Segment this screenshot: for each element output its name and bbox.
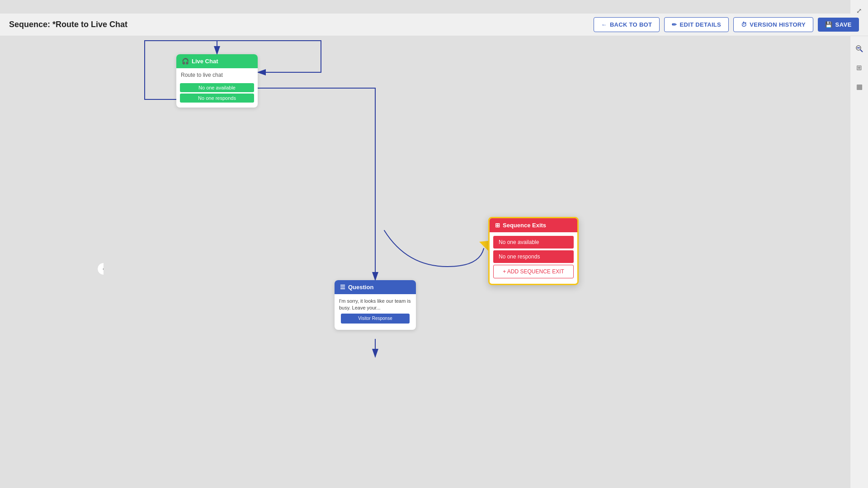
header-actions: ← BACK TO BOT ✏ EDIT DETAILS ⏱ VERSION H… — [594, 17, 859, 32]
save-icon: 💾 — [825, 21, 833, 28]
live-chat-option-no-responds[interactable]: No one responds — [180, 94, 254, 103]
header-bar: Sequence: *Route to Live Chat ← BACK TO … — [0, 14, 868, 36]
edit-icon: ✏ — [672, 21, 677, 28]
zoom-out-tool[interactable] — [853, 42, 866, 55]
question-node-body: I'm sorry, it looks like our team is bus… — [335, 294, 416, 330]
layout-tool[interactable]: ⊞ — [853, 61, 866, 74]
connectors-svg — [0, 0, 868, 488]
visitor-response-button[interactable]: Visitor Response — [341, 314, 410, 324]
svg-line-9 — [860, 50, 863, 52]
canvas-area: 🎧 Live Chat Route to live chat No one av… — [0, 0, 868, 488]
main-container: Essentials ☰ Question Ask your site visi… — [0, 36, 868, 488]
live-chat-node[interactable]: 🎧 Live Chat Route to live chat No one av… — [176, 54, 258, 108]
question-node[interactable]: ☰ Question I'm sorry, it looks like our … — [335, 280, 416, 330]
save-button[interactable]: 💾 SAVE — [818, 18, 859, 32]
question-node-icon: ☰ — [340, 284, 345, 291]
page-title: Sequence: *Route to Live Chat — [9, 20, 594, 29]
exits-icon: ⊞ — [495, 222, 500, 229]
live-chat-option-no-available[interactable]: No one available — [180, 83, 254, 92]
version-history-button[interactable]: ⏱ VERSION HISTORY — [733, 17, 813, 32]
question-node-header: ☰ Question — [335, 280, 416, 294]
headset-node-icon: 🎧 — [182, 58, 189, 65]
edit-details-button[interactable]: ✏ EDIT DETAILS — [664, 17, 729, 32]
add-sequence-exit-button[interactable]: + ADD SEQUENCE EXIT — [493, 265, 574, 278]
live-chat-node-header: 🎧 Live Chat — [176, 54, 258, 68]
history-icon: ⏱ — [741, 21, 747, 28]
grid-tool[interactable]: ▦ — [853, 80, 866, 93]
sequence-exits-header: ⊞ Sequence Exits — [490, 218, 577, 232]
live-chat-node-body: Route to live chat — [176, 68, 258, 82]
seq-exit-option-no-responds[interactable]: No one responds — [493, 250, 574, 263]
back-arrow-icon: ← — [601, 21, 607, 28]
back-to-bot-button[interactable]: ← BACK TO BOT — [594, 17, 660, 32]
seq-exit-option-no-available[interactable]: No one available — [493, 236, 574, 249]
canvas-tools: ⤢ ⊞ ▦ — [850, 0, 868, 488]
sequence-exits-popup: ⊞ Sequence Exits No one available No one… — [488, 217, 579, 285]
yellow-arrow — [380, 221, 506, 280]
